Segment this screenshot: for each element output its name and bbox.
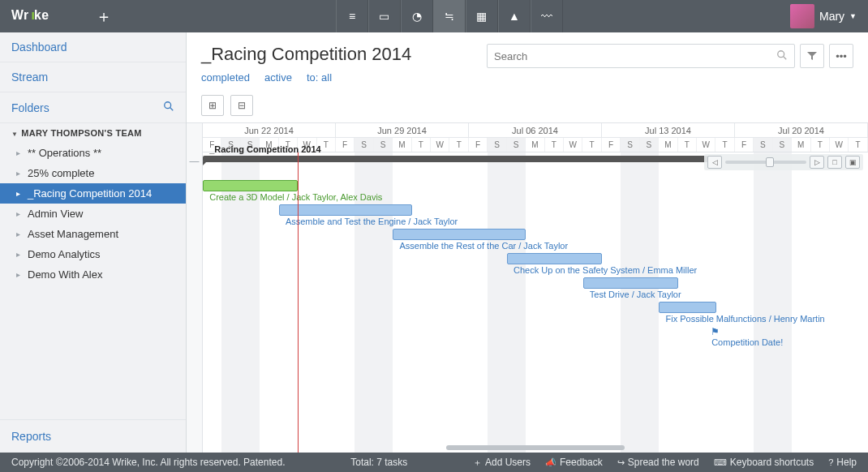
feedback-link[interactable]: 📣Feedback <box>545 457 603 468</box>
day-header: F <box>336 138 355 152</box>
gantt-row: Assemble the Rest of the Car / Jack Tayl… <box>203 229 868 253</box>
sidebar: Dashboard Stream Folders MARY THOMPSON'S… <box>0 32 187 453</box>
gantt-row: ⚑Competition Date! <box>203 326 868 350</box>
svg-text:Wr: Wr <box>11 9 29 22</box>
gantt-bar[interactable] <box>203 156 716 162</box>
task-label: Competition Date! <box>711 337 783 347</box>
filter-to-all[interactable]: to: all <box>307 71 332 84</box>
gantt-row: Test Drive / Jack Taylor <box>203 277 868 302</box>
copyright: Copyright ©2006-2014 Wrike, Inc. All rig… <box>11 457 285 468</box>
collapse-all-button[interactable]: ⊟ <box>230 95 253 116</box>
horizontal-scrollbar[interactable] <box>446 445 625 450</box>
megaphone-icon: 📣 <box>545 457 556 468</box>
day-header: T <box>582 138 601 152</box>
keyboard-icon: ⌨ <box>714 457 727 468</box>
day-header: T <box>678 138 697 152</box>
day-header: W <box>697 138 715 152</box>
view-stream-icon[interactable]: ▭ <box>368 0 401 32</box>
gantt-bar[interactable] <box>393 229 526 240</box>
filter-completed[interactable]: completed <box>201 71 250 84</box>
day-header: T <box>449 138 468 152</box>
day-header: T <box>545 138 564 152</box>
avatar <box>790 4 814 28</box>
task-label: Test Drive / Jack Taylor <box>590 290 681 299</box>
share-icon: ↪ <box>617 457 625 468</box>
task-label: Create a 3D Model / Jack Taylor, Alex Da… <box>209 192 382 202</box>
more-button[interactable]: ••• <box>829 44 853 68</box>
filter-button[interactable] <box>800 44 824 68</box>
gantt-bar[interactable] <box>583 277 678 289</box>
zoom-fit-button[interactable]: □ <box>827 156 842 169</box>
view-list-icon[interactable]: ≡ <box>336 0 368 32</box>
folders-label: Folders <box>11 101 49 114</box>
user-name: Mary <box>819 10 844 23</box>
milestone-flag[interactable]: ⚑ <box>711 326 720 337</box>
add-button[interactable]: ＋ <box>88 0 120 32</box>
folder-item[interactable]: ** Operations ** <box>0 143 186 163</box>
day-header: T <box>811 138 830 152</box>
task-label: Fix Possible Malfunctions / Henry Martin <box>665 314 824 324</box>
gantt-bar[interactable] <box>279 204 412 216</box>
add-users-link[interactable]: ＋Add Users <box>473 457 531 469</box>
user-menu[interactable]: Mary ▼ <box>790 4 857 28</box>
svg-line-6 <box>784 56 787 59</box>
day-header: T <box>849 138 867 152</box>
view-gantt-icon[interactable]: ≒ <box>433 0 466 32</box>
search-input[interactable] <box>494 50 776 62</box>
folder-item[interactable]: Demo With Alex <box>0 264 186 285</box>
total-tasks: Total: 7 tasks <box>350 457 407 468</box>
spread-word-link[interactable]: ↪Spread the word <box>617 457 699 468</box>
sidebar-folders[interactable]: Folders <box>0 92 186 123</box>
add-users-icon: ＋ <box>473 457 482 469</box>
folder-item[interactable]: Demo Analytics <box>0 244 186 264</box>
wrike-logo[interactable]: Wrıke <box>11 9 68 24</box>
day-header: S <box>355 138 373 152</box>
gantt-bar[interactable] <box>507 253 602 264</box>
week-header: Jun 29 2014 <box>336 123 469 137</box>
folder-item[interactable]: 25% complete <box>0 163 186 183</box>
day-header: S <box>754 138 772 152</box>
gantt-row: Assemble and Test the Engine / Jack Tayl… <box>203 204 868 229</box>
day-header: F <box>602 138 621 152</box>
gantt-bar[interactable] <box>203 180 298 191</box>
team-header[interactable]: MARY THOMPSON'S TEAM <box>0 123 186 143</box>
view-timer-icon[interactable]: ◔ <box>401 0 433 32</box>
day-header: M <box>659 138 677 152</box>
help-link[interactable]: ?Help <box>828 457 857 468</box>
day-header: S <box>640 138 659 152</box>
svg-point-5 <box>778 50 784 57</box>
search-icon[interactable] <box>776 49 788 63</box>
zoom-slider[interactable] <box>725 161 806 164</box>
task-label: Assemble the Rest of the Car / Jack Tayl… <box>399 241 568 251</box>
help-icon: ? <box>828 457 833 467</box>
day-header: M <box>792 138 810 152</box>
expand-all-button[interactable]: ⊞ <box>201 95 224 116</box>
zoom-in-button[interactable]: ▷ <box>810 156 824 169</box>
day-header: S <box>773 138 792 152</box>
gantt-bar[interactable] <box>659 302 715 313</box>
search-icon[interactable] <box>163 101 174 114</box>
folder-item[interactable]: _Racing Competition 2014 <box>0 183 186 204</box>
view-workload-icon[interactable]: ▲ <box>498 0 531 32</box>
sidebar-dashboard[interactable]: Dashboard <box>0 32 186 62</box>
keyboard-shortcuts-link[interactable]: ⌨Keyboard shortcuts <box>714 457 814 468</box>
day-header: S <box>374 138 393 152</box>
day-header: W <box>830 138 849 152</box>
view-analytics-icon[interactable]: 〰 <box>531 0 563 32</box>
gantt-row: Create a 3D Model / Jack Taylor, Alex Da… <box>203 180 868 204</box>
zoom-out-button[interactable]: ◁ <box>707 156 722 169</box>
view-table-icon[interactable]: ▦ <box>466 0 498 32</box>
project-title: _Racing Competition 2014 <box>201 44 411 65</box>
chevron-down-icon: ▼ <box>849 12 857 20</box>
day-header: M <box>526 138 544 152</box>
gantt-collapse-handle[interactable]: — <box>187 123 203 453</box>
week-header: Jul 06 2014 <box>469 123 602 137</box>
folder-item[interactable]: Admin View <box>0 204 186 224</box>
folder-item[interactable]: Asset Management <box>0 224 186 244</box>
search-input-wrap <box>487 44 795 68</box>
zoom-full-button[interactable]: ▣ <box>845 156 860 169</box>
sidebar-reports[interactable]: Reports <box>0 419 186 453</box>
sidebar-stream[interactable]: Stream <box>0 62 186 92</box>
filter-active[interactable]: active <box>264 71 292 84</box>
week-header: Jul 20 2014 <box>735 123 868 137</box>
